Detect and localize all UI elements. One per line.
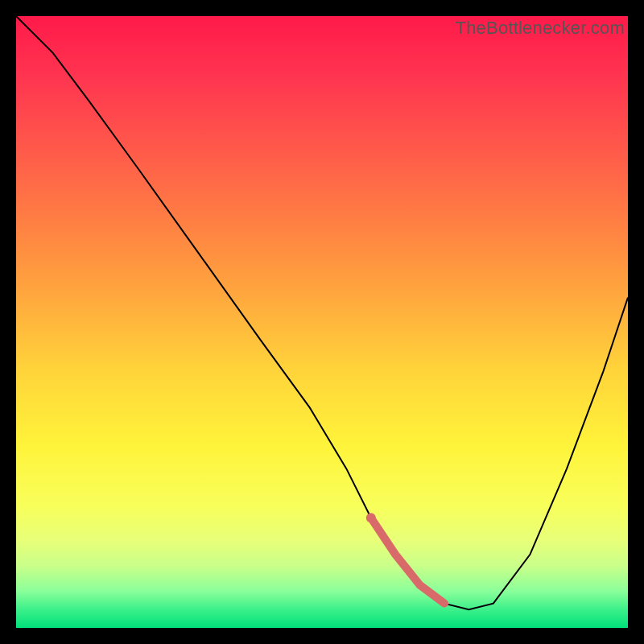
chart-svg <box>16 16 628 628</box>
highlight-dot <box>366 513 376 522</box>
chart-frame: TheBottlenecker.com <box>0 0 644 644</box>
chart-plot-area: TheBottlenecker.com <box>16 16 628 628</box>
highlight-segment <box>371 518 444 603</box>
curve-line <box>16 16 628 609</box>
